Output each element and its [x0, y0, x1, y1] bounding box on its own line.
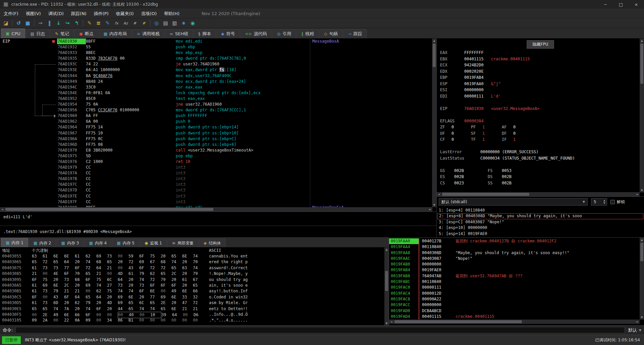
disasm-row[interactable]: 76AD197DCCint3	[0, 187, 432, 193]
register-line[interactable]: ESI00000000	[440, 87, 639, 93]
command-input[interactable]	[15, 327, 625, 333]
scroll-thumb[interactable]	[5, 208, 213, 211]
register-line[interactable]: EDI00000111L'd'	[440, 93, 639, 100]
stack-row[interactable]: 0019FAA00040127B返回到 crackme.0040127B 自 c…	[389, 238, 640, 244]
tab-call-stack[interactable]: ≡调用堆栈	[132, 29, 164, 38]
disassembly-hscrollbar[interactable]: ◄ ►	[0, 207, 432, 212]
scroll-up-icon[interactable]: ▲	[640, 238, 644, 242]
dump-row[interactable]: 00403075617373776F72642100436F7272656374…	[0, 265, 389, 271]
maximize-button[interactable]: □	[613, 0, 629, 9]
register-line[interactable]: LastStatusC0000034 (STATUS_OBJECT_NAME_N…	[440, 155, 639, 162]
hash-yellow-icon[interactable]: #	[139, 19, 148, 27]
scroll-thumb[interactable]	[640, 243, 643, 261]
dump-tab-dump4[interactable]: ▦内存 4	[84, 239, 111, 247]
calling-convention-select[interactable]: 默认 (stdcall) ▼	[439, 198, 588, 206]
menu-item[interactable]: 视图(V)	[22, 9, 45, 18]
spinner-arrows-icon[interactable]: ▲▼	[602, 199, 607, 205]
dump-row[interactable]: 004030F5002E496E666F000000400010396400D6…	[0, 312, 389, 318]
register-line[interactable]: ESP0019FAA0&"j"	[440, 81, 639, 87]
dump-tab-dump1[interactable]: ▦内存 1	[1, 238, 28, 247]
breakpoint-icon[interactable]	[52, 40, 55, 43]
tab-script[interactable]: §脚本	[194, 29, 216, 38]
tab-notes[interactable]: ✎笔记	[50, 29, 74, 38]
dump-tab-watch1[interactable]: ◉监视 1	[140, 239, 167, 247]
register-line[interactable]: EBX00401115crackme.00401115	[440, 56, 639, 62]
disasm-row[interactable]: 76AD1967FF75 10push dword ptr ss:[ebp+10…	[0, 130, 432, 136]
stack-vscrollbar[interactable]: ▲ ▼	[640, 238, 644, 320]
tab-trace[interactable]: →跟踪	[343, 29, 367, 38]
disasm-row[interactable]: 76AD19498B48 24mov ecx,dword ptr ds:[eax…	[0, 79, 432, 84]
dump-row[interactable]: 0040306565726564207468652072696768742070…	[0, 259, 389, 265]
disasm-row[interactable]: 76AD194C33C0xor eax,eax	[0, 84, 432, 90]
disasm-row[interactable]: EIP76AD19308BFFmov edi,ediMessageBoxA	[0, 39, 432, 44]
disasm-row[interactable]: 76AD197FCCint3	[0, 199, 432, 205]
register-line[interactable]: ECX9424B2D0	[440, 62, 639, 68]
scroll-thumb[interactable]	[394, 320, 522, 323]
memory-map-icon[interactable]: ▤	[161, 19, 170, 27]
disasm-row[interactable]: 76AD1979CCint3	[0, 165, 432, 170]
disasm-row[interactable]: 76AD1964FF75 14push dword ptr ss:[ebp+14…	[0, 124, 432, 130]
fx-icon[interactable]: fx	[112, 19, 121, 27]
scroll-down-icon[interactable]: ▼	[640, 188, 644, 192]
register-line[interactable]: ZF0PF1AF0	[440, 124, 639, 130]
disasm-row[interactable]: 76AD197ACCint3	[0, 170, 432, 176]
dump-vscrollbar[interactable]: ▲ ▼	[384, 247, 389, 326]
register-line[interactable]	[440, 143, 639, 149]
register-line[interactable]: GS002BFS0053	[440, 168, 639, 174]
tab-breakpoints[interactable]: ●断点	[74, 29, 98, 38]
dump-row[interactable]: 004030D561736D206279204D69656C652E204772…	[0, 300, 389, 306]
register-line[interactable]	[440, 112, 639, 118]
pause-icon[interactable]: ‖	[45, 19, 54, 27]
scroll-right-icon[interactable]: ►	[635, 320, 640, 324]
stack-row[interactable]: 0019FACC00000000	[389, 302, 640, 308]
step-over-icon[interactable]: ↪	[63, 19, 72, 27]
register-line[interactable]: CS0023SS002B	[440, 180, 639, 186]
register-line[interactable]: ES002BDS002B	[440, 174, 639, 180]
tab-log[interactable]: ▤日志	[26, 29, 50, 38]
tab-cpu[interactable]: ▣CPU	[1, 28, 25, 38]
stack-row[interactable]: 0019FAB000000000	[389, 262, 640, 267]
menu-item[interactable]: 插件(P)	[90, 9, 112, 18]
scroll-down-icon[interactable]: ▼	[432, 203, 436, 207]
stack-row[interactable]: 0019FAB40019FAE0	[389, 267, 640, 273]
scroll-right-icon[interactable]: ►	[635, 192, 640, 196]
step-into-icon[interactable]: ↓	[54, 19, 63, 27]
stack-row[interactable]: 0019FAAC00403087"Nope!"	[389, 256, 640, 262]
tab-threads[interactable]: ∥线程	[297, 29, 319, 38]
menu-item[interactable]: 收藏夹(I)	[112, 9, 138, 18]
disasm-row[interactable]: 76AD19755Dpop ebp	[0, 153, 432, 159]
disasm-row[interactable]: 76AD196DFF75 08push dword ptr ss:[ebp+8]	[0, 142, 432, 148]
scroll-left-icon[interactable]: ◄	[0, 207, 4, 212]
step-out-icon[interactable]: ↰	[72, 19, 81, 27]
scroll-up-icon[interactable]: ▲	[640, 39, 644, 43]
scroll-left-icon[interactable]: ◄	[437, 192, 441, 196]
dump-row[interactable]: 004030C56F00436F64656420696E2077696E3332…	[0, 294, 389, 300]
dump-row[interactable]: 00403105092A00220A09003406B1000000000000…	[0, 318, 389, 323]
stack-hscrollbar[interactable]: ◄ ►	[389, 320, 640, 324]
tab-references[interactable]: ◎引用	[272, 29, 296, 38]
scroll-right-icon[interactable]: ►	[428, 207, 432, 212]
disasm-row[interactable]: 76AD193E64:A1 18000000mov eax,dword ptr …	[0, 67, 432, 73]
search-icon[interactable]: ◎	[152, 19, 161, 27]
register-line[interactable]: EAXFFFFFFFF	[440, 50, 639, 56]
disasm-row[interactable]: 76AD1976C2 1000ret 10	[0, 159, 432, 165]
register-line[interactable]: EDX0002020E	[440, 68, 639, 75]
disasm-row[interactable]: 76AD193255push ebp	[0, 44, 432, 50]
registers-hscrollbar[interactable]: ◄ ►	[437, 192, 640, 196]
disasm-row[interactable]: 76AD197BCCint3	[0, 176, 432, 182]
register-line[interactable]: EFLAGS00000384	[440, 118, 639, 124]
unlock-checkbox[interactable]: 解锁	[610, 199, 625, 205]
menu-item[interactable]: 文件(F)	[0, 9, 22, 18]
pencil-icon[interactable]: ✎	[85, 19, 94, 27]
stack-row[interactable]: 0019FAB876A947AB返回到 user32.76A947AB 自 ??…	[389, 273, 640, 279]
dump-row[interactable]: 004030956F752073686F756C6420747279206167…	[0, 277, 389, 283]
disasm-row[interactable]: 76AD197CCCint3	[0, 182, 432, 187]
hide-fpu-button[interactable]: 隐藏FPU	[527, 40, 554, 49]
settings-icon[interactable]: ∗	[179, 19, 188, 27]
dump-row[interactable]: 0040308521004E6F706521004D617962652C2079…	[0, 271, 389, 277]
restart-icon[interactable]: ↺	[14, 19, 23, 27]
argument-row[interactable]: 2: [esp+8] 0040308D "Maybe, you should t…	[437, 213, 643, 219]
register-line[interactable]: LastError00000000 (ERROR_SUCCESS)	[440, 149, 639, 155]
disasm-row[interactable]: 76AD196AFF75 0Cpush dword ptr ss:[ebp+C]	[0, 136, 432, 142]
register-line[interactable]: CF0TF1IF1	[440, 136, 639, 143]
